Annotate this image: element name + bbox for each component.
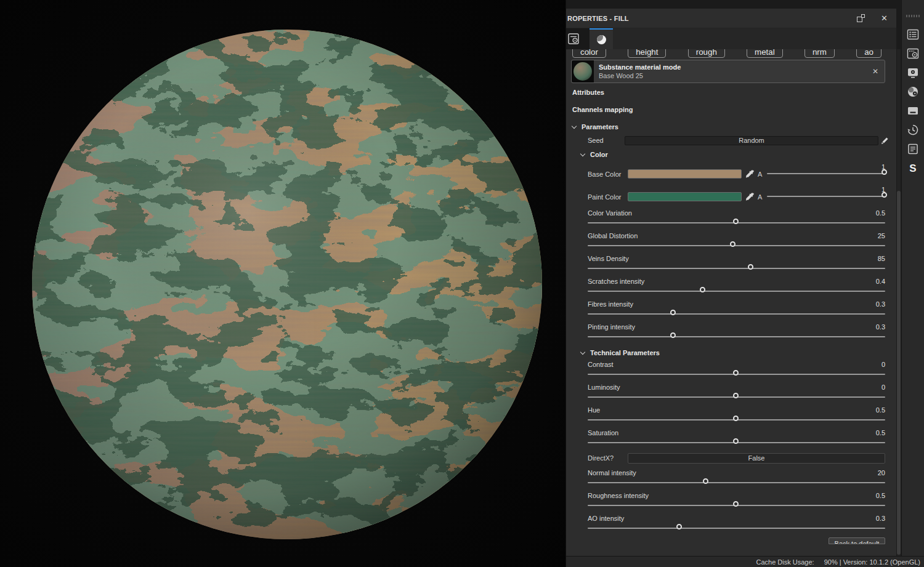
material-remove-icon[interactable]: ✕ — [872, 67, 878, 76]
slider-roughness-intensity: Roughness intensity0.5 — [566, 491, 896, 511]
slider-global-distortion: Global Distortion25 — [566, 231, 896, 251]
slider-saturation: Saturation0.5 — [566, 428, 896, 448]
material-thumbnail-sphere — [573, 62, 592, 81]
viewport-3d[interactable] — [0, 0, 565, 567]
paint-color-alpha-slider[interactable] — [767, 191, 885, 202]
seed-row: Seed Random — [566, 135, 896, 145]
base-color-swatch[interactable] — [628, 169, 742, 179]
channel-color-button[interactable]: color — [572, 49, 606, 58]
slider-handle[interactable] — [670, 310, 676, 315]
slider-handle[interactable] — [733, 438, 739, 444]
slider[interactable] — [588, 478, 885, 488]
section-technical-parameters[interactable]: Technical Parameters — [566, 346, 896, 360]
slider-handle[interactable] — [748, 264, 753, 270]
slider-contrast: Contrast0 — [566, 360, 896, 380]
right-dock: ROPERTIES - FILL ✕ — [565, 0, 924, 567]
paint-color-swatch[interactable] — [628, 192, 742, 201]
channel-nrm-button[interactable]: nrm — [804, 49, 835, 58]
base-color-alpha-slider[interactable] — [767, 169, 885, 179]
paint-color-row: Paint Color A 1 — [566, 185, 896, 208]
slider-handle[interactable] — [733, 501, 739, 507]
slider-handle[interactable] — [676, 524, 682, 529]
slider-veins-density: Veins Density85 — [566, 254, 896, 274]
log-icon[interactable] — [906, 142, 920, 156]
sphere-icon — [597, 35, 606, 44]
panel-title: ROPERTIES - FILL — [567, 15, 629, 22]
scrollbar-thumb[interactable] — [897, 191, 901, 555]
window-gap — [566, 0, 896, 9]
dock-toolbar: S — [901, 0, 924, 556]
panel-tabs — [566, 28, 896, 49]
version-text: 90% | Version: 10.1.2 (OpenGL) — [824, 558, 920, 566]
drag-handle-icon[interactable] — [906, 15, 920, 17]
slider[interactable] — [588, 218, 885, 228]
undock-icon[interactable] — [857, 14, 865, 22]
section-parameters[interactable]: Parameters — [566, 119, 896, 135]
slider-normal-intensity: Normal intensity20 — [566, 468, 896, 488]
outputs-list-icon[interactable] — [906, 27, 920, 42]
material-name: Base Wood 25 — [599, 72, 872, 79]
slider[interactable] — [588, 501, 885, 511]
slider-handle[interactable] — [733, 219, 739, 224]
slider-ao-intensity: AO intensity0.3 — [566, 513, 896, 534]
alpha-label: A — [758, 171, 762, 178]
slider[interactable] — [588, 438, 885, 448]
edit-pencil-icon[interactable] — [881, 137, 889, 144]
slider-fibres-intensity: Fibres intensity0.3 — [566, 299, 896, 320]
display-settings-icon[interactable] — [906, 65, 920, 80]
close-icon[interactable]: ✕ — [881, 14, 888, 22]
viewer-icon[interactable] — [906, 103, 920, 118]
properties-panel: ROPERTIES - FILL ✕ — [566, 0, 896, 556]
slider[interactable] — [588, 241, 885, 251]
directx-dropdown[interactable]: False — [628, 453, 885, 464]
channel-rough-button[interactable]: rough — [688, 49, 725, 58]
channel-metal-button[interactable]: metal — [747, 49, 783, 58]
slider-handle[interactable] — [670, 332, 676, 338]
slider-color-variation: Color Variation0.5 — [566, 208, 896, 228]
base-color-alpha-value: 1 — [881, 163, 885, 171]
slider-hue: Hue0.5 — [566, 405, 896, 425]
slider[interactable] — [588, 415, 885, 425]
paint-color-alpha-value: 1 — [881, 186, 885, 193]
paint-color-label: Paint Color — [588, 193, 628, 201]
eyedropper-icon[interactable] — [746, 170, 754, 178]
seed-label: Seed — [588, 137, 625, 144]
fill-settings-icon[interactable] — [906, 46, 920, 61]
slider[interactable] — [588, 392, 885, 403]
back-to-default-button[interactable]: Back to default values — [829, 537, 885, 544]
panel-scrollbar[interactable] — [896, 0, 901, 556]
slider[interactable] — [588, 369, 885, 380]
section-attributes[interactable]: Attributes — [566, 84, 896, 100]
tab-material-preview[interactable] — [590, 28, 613, 49]
section-channels-mapping[interactable]: Channels mapping — [566, 102, 896, 118]
eyedropper-icon[interactable] — [746, 193, 754, 201]
sliders-gear-icon — [567, 33, 580, 45]
slider-handle[interactable] — [733, 370, 739, 376]
slider[interactable] — [588, 263, 885, 274]
channel-buttons: color height rough metal nrm ao — [566, 49, 896, 58]
slider-scratches-intensity: Scratches intensity0.4 — [566, 276, 896, 297]
status-bar: Cache Disk Usage: 90% | Version: 10.1.2 … — [566, 556, 924, 567]
slider[interactable] — [588, 286, 885, 297]
seed-random-button[interactable]: Random — [625, 136, 878, 145]
channel-height-button[interactable]: height — [628, 49, 666, 58]
environment-icon[interactable] — [906, 84, 920, 99]
slider[interactable] — [588, 332, 885, 342]
slider-handle[interactable] — [733, 416, 739, 421]
section-color[interactable]: Color — [566, 147, 896, 163]
cache-disk-usage-label: Cache Disk Usage: — [756, 558, 814, 566]
slider[interactable] — [588, 523, 885, 534]
slider-handle[interactable] — [733, 393, 739, 398]
material-mode-label: Substance material mode — [599, 63, 872, 71]
slider-handle[interactable] — [730, 241, 736, 247]
chevron-down-icon — [572, 123, 577, 128]
material-card[interactable]: Substance material mode Base Wood 25 ✕ — [571, 60, 885, 83]
history-icon[interactable] — [906, 123, 920, 137]
slider[interactable] — [588, 309, 885, 320]
substance-logo-icon[interactable]: S — [906, 161, 920, 175]
slider-pinting-intensity: Pinting intensity0.3 — [566, 322, 896, 342]
tab-fill-settings[interactable] — [566, 28, 590, 49]
panel-titlebar[interactable]: ROPERTIES - FILL ✕ — [566, 9, 896, 28]
directx-row: DirectX? False — [566, 452, 896, 464]
channel-ao-button[interactable]: ao — [856, 49, 881, 58]
